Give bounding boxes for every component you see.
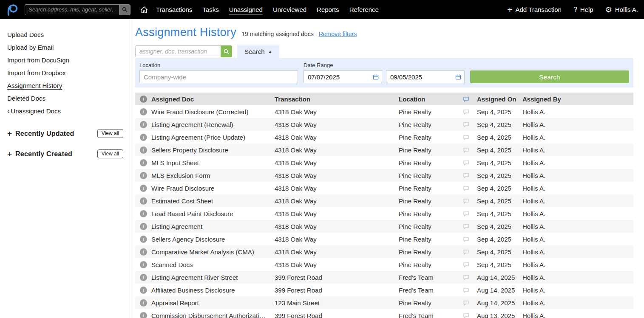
table-body: i Wire Fraud Disclosure (Corrected) 4318… — [135, 105, 633, 318]
comment-icon[interactable] — [462, 146, 470, 154]
cell-assigned-on: Sep 4, 2025 — [474, 108, 522, 115]
home-icon[interactable] — [140, 6, 148, 14]
header-assigned-by[interactable]: Assigned By — [522, 96, 633, 103]
location-input[interactable] — [139, 70, 298, 83]
comment-icon[interactable] — [462, 248, 470, 256]
comment-icon[interactable] — [462, 287, 470, 294]
nav-unreviewed[interactable]: Unreviewed — [273, 6, 306, 13]
table-row[interactable]: i Listing Agreement 4318 Oak Way Pine Re… — [135, 220, 633, 233]
table-row[interactable]: i Sellers Agency Disclosure 4318 Oak Way… — [135, 233, 633, 245]
info-icon[interactable]: i — [140, 185, 147, 192]
info-icon[interactable]: i — [140, 223, 147, 230]
nav-transactions[interactable]: Transactions — [156, 6, 192, 13]
cell-assigned-on: Aug 14, 2025 — [474, 287, 522, 294]
comment-icon[interactable] — [462, 299, 470, 307]
cell-assigned-by: Hollis A. — [522, 108, 633, 115]
table-row[interactable]: i Commission Disbursement Authorizati… 3… — [135, 309, 633, 318]
table-row[interactable]: i Scanned Docs 4318 Oak Way Pine Realty … — [135, 258, 633, 271]
view-all-recently-created-button[interactable]: View all — [97, 149, 123, 158]
table-row[interactable]: i Affiliated Business Disclosure 399 For… — [135, 284, 633, 296]
sidebar-item-import-docusign[interactable]: Import from DocuSign — [0, 54, 130, 67]
header-location[interactable]: Location — [399, 96, 462, 103]
table-row[interactable]: i MLS Input Sheet 4318 Oak Way Pine Real… — [135, 156, 633, 169]
info-icon[interactable]: i — [140, 159, 147, 166]
global-search-button[interactable] — [119, 4, 131, 15]
nav-tasks[interactable]: Tasks — [202, 6, 218, 13]
info-icon[interactable]: i — [140, 108, 147, 115]
sidebar-item-import-dropbox[interactable]: Import from Dropbox — [0, 67, 130, 79]
comment-icon[interactable] — [462, 121, 470, 128]
location-filter: Location — [139, 62, 298, 83]
nav-reports[interactable]: Reports — [317, 6, 339, 13]
header-assigned-doc[interactable]: Assigned Doc — [151, 96, 275, 103]
section-recently-created[interactable]: + Recently Created View all — [7, 149, 123, 158]
table-row[interactable]: i MLS Exclusion Form 4318 Oak Way Pine R… — [135, 169, 633, 182]
info-icon[interactable]: i — [140, 146, 147, 154]
view-all-recently-updated-button[interactable]: View all — [97, 129, 123, 138]
sidebar-item-assignment-history[interactable]: Assignment History — [0, 79, 130, 92]
gear-icon: ⚙ — [605, 6, 612, 14]
info-icon[interactable]: i — [140, 261, 147, 268]
info-icon[interactable]: i — [140, 299, 147, 307]
header-transaction[interactable]: Transaction — [275, 96, 399, 103]
quick-search-input[interactable] — [135, 45, 221, 57]
header-assigned-on[interactable]: Assigned On — [474, 96, 522, 103]
comment-icon[interactable] — [462, 172, 470, 179]
info-icon[interactable]: i — [140, 197, 147, 205]
comment-icon[interactable] — [462, 261, 470, 268]
app-logo[interactable] — [6, 3, 19, 16]
info-icon[interactable]: i — [140, 210, 147, 217]
date-to-input[interactable] — [386, 70, 465, 83]
comment-icon[interactable] — [462, 134, 470, 141]
nav-reference[interactable]: Reference — [349, 6, 379, 13]
info-icon[interactable]: i — [140, 312, 147, 318]
table-row[interactable]: i Sellers Property Disclosure 4318 Oak W… — [135, 144, 633, 156]
comment-icon[interactable] — [462, 159, 470, 166]
info-icon[interactable]: i — [140, 287, 147, 294]
table-row[interactable]: i Wire Fraud Disclosure (Corrected) 4318… — [135, 105, 633, 118]
remove-filters-link[interactable]: Remove filters — [319, 31, 357, 37]
filter-search-button[interactable]: Search — [470, 70, 629, 83]
comment-icon[interactable] — [462, 274, 470, 281]
table-row[interactable]: i Appraisal Report 123 Main Street Pine … — [135, 296, 633, 309]
info-icon[interactable]: i — [140, 274, 147, 281]
sidebar-item-unassigned-docs[interactable]: ‹Unassigned Docs — [0, 105, 130, 118]
comment-icon[interactable] — [462, 236, 470, 243]
comment-icon[interactable] — [462, 197, 470, 205]
table-row[interactable]: i Estimated Cost Sheet 4318 Oak Way Pine… — [135, 194, 633, 207]
assignment-table: i Assigned Doc Transaction Location Assi… — [135, 93, 633, 318]
info-icon[interactable]: i — [140, 236, 147, 243]
info-icon[interactable]: i — [140, 172, 147, 179]
user-menu[interactable]: ⚙ Hollis A. — [605, 6, 638, 14]
search-panel-toggle[interactable]: Search ▲ — [237, 45, 279, 58]
table-row[interactable]: i Wire Fraud Disclosure 4318 Oak Way Pin… — [135, 182, 633, 194]
comment-icon[interactable] — [462, 108, 470, 115]
sidebar-item-deleted-docs[interactable]: Deleted Docs — [0, 92, 130, 105]
cell-location: Pine Realty — [399, 121, 462, 128]
table-row[interactable]: i Lead Based Paint Disclosure 4318 Oak W… — [135, 207, 633, 220]
global-search-input[interactable] — [25, 4, 119, 15]
quick-search-button[interactable] — [221, 45, 232, 57]
help-link[interactable]: ? Help — [573, 6, 593, 13]
table-row[interactable]: i Listing Agreement (Price Update) 4318 … — [135, 131, 633, 144]
sidebar-item-upload-docs[interactable]: Upload Docs — [0, 28, 130, 41]
date-from-input[interactable] — [304, 70, 382, 83]
section-recently-updated[interactable]: + Recently Updated View all — [7, 129, 123, 138]
sidebar-item-upload-by-email[interactable]: Upload by Email — [0, 41, 130, 54]
nav-unassigned[interactable]: Unassigned — [229, 6, 263, 13]
comment-icon[interactable] — [462, 185, 470, 192]
cell-assigned-on: Sep 4, 2025 — [474, 236, 522, 243]
table-row[interactable]: i Listing Agreement (Renewal) 4318 Oak W… — [135, 118, 633, 131]
info-icon[interactable]: i — [140, 248, 147, 256]
info-icon[interactable]: i — [140, 121, 147, 128]
calendar-icon[interactable] — [455, 73, 462, 80]
info-icon[interactable]: i — [140, 134, 147, 141]
table-row[interactable]: i Comparative Market Analysis (CMA) 4318… — [135, 245, 633, 258]
calendar-icon[interactable] — [372, 73, 379, 80]
table-row[interactable]: i Listing Agreement River Street 399 For… — [135, 271, 633, 284]
comment-icon[interactable] — [462, 210, 470, 217]
add-transaction-button[interactable]: + Add Transaction — [507, 5, 562, 14]
comment-icon[interactable] — [462, 312, 470, 318]
comment-icon[interactable] — [462, 223, 470, 230]
cell-transaction: 4318 Oak Way — [275, 134, 399, 141]
